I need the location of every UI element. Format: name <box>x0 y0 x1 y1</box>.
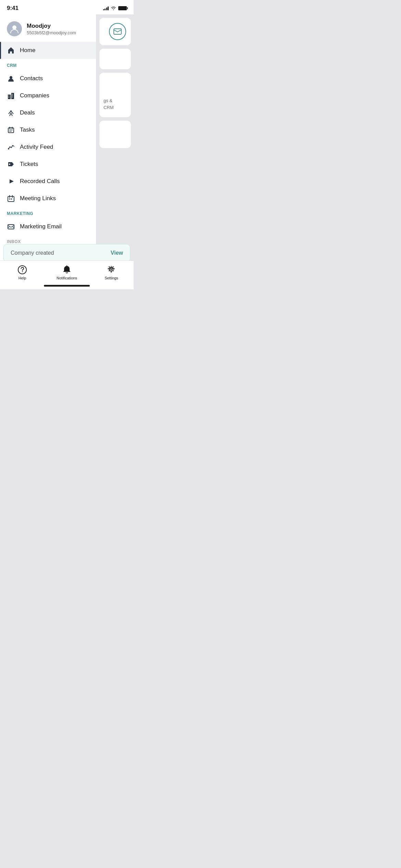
svg-rect-10 <box>8 128 14 133</box>
nav-label-deals: Deals <box>20 109 35 116</box>
home-indicator <box>44 285 90 287</box>
svg-rect-29 <box>66 265 67 266</box>
email-fab-button[interactable] <box>109 23 126 40</box>
activity-feed-icon <box>7 143 15 151</box>
svg-point-28 <box>22 271 23 272</box>
nav-label-tasks: Tasks <box>20 126 35 133</box>
svg-rect-12 <box>12 127 13 129</box>
third-card: gs &CRM <box>99 73 131 117</box>
avatar <box>7 21 22 36</box>
companies-icon <box>7 92 15 100</box>
home-icon <box>7 46 15 55</box>
tab-notifications-label: Notifications <box>57 276 77 280</box>
svg-point-16 <box>9 164 10 165</box>
contacts-icon <box>7 74 15 83</box>
settings-icon <box>107 265 116 275</box>
svg-rect-22 <box>11 198 12 200</box>
svg-point-15 <box>8 148 9 149</box>
tickets-icon <box>7 160 15 168</box>
nav-item-home[interactable]: Home <box>0 42 96 59</box>
tab-settings-label: Settings <box>105 276 118 280</box>
svg-rect-23 <box>8 225 14 229</box>
nav-label-marketing-email: Marketing Email <box>20 223 62 230</box>
nav-label-home: Home <box>20 47 35 54</box>
svg-rect-6 <box>12 94 13 95</box>
deals-icon <box>7 109 15 117</box>
marketing-section-label: Marketing <box>0 207 96 218</box>
notifications-icon <box>62 265 71 275</box>
crm-section-label: CRM <box>0 59 96 70</box>
nav-item-marketing-email[interactable]: Marketing Email <box>0 218 96 235</box>
help-icon <box>17 265 27 275</box>
tab-help-label: Help <box>19 276 26 280</box>
svg-point-1 <box>10 76 12 79</box>
status-icons <box>103 6 127 10</box>
meeting-links-icon <box>7 194 15 203</box>
battery-icon <box>118 6 127 10</box>
marketing-email-icon <box>7 222 15 231</box>
nav-label-activity-feed: Activity Feed <box>20 144 53 150</box>
svg-point-32 <box>111 269 112 270</box>
toast-action-button[interactable]: View <box>111 250 123 256</box>
svg-point-9 <box>10 110 12 112</box>
second-card <box>99 49 131 69</box>
nav-item-recorded-calls[interactable]: Recorded Calls <box>0 173 96 190</box>
nav-label-companies: Companies <box>20 92 49 99</box>
status-time: 9:41 <box>7 5 19 12</box>
user-email: 5503b5f2@moodjoy.com <box>27 30 76 35</box>
nav-item-deals[interactable]: Deals <box>0 104 96 121</box>
toast-notification: Company created View <box>3 244 130 262</box>
svg-point-0 <box>12 25 16 29</box>
nav-label-contacts: Contacts <box>20 75 43 82</box>
nav-item-tasks[interactable]: Tasks <box>0 121 96 138</box>
fourth-card <box>99 121 131 148</box>
svg-rect-5 <box>9 97 9 98</box>
svg-rect-21 <box>9 198 10 200</box>
status-bar: 9:41 <box>0 0 134 14</box>
nav-label-tickets: Tickets <box>20 161 38 168</box>
recorded-calls-icon <box>7 177 15 185</box>
tab-settings[interactable]: Settings <box>99 265 123 280</box>
nav-label-meeting-links: Meeting Links <box>20 195 56 202</box>
nav-item-contacts[interactable]: Contacts <box>0 70 96 87</box>
user-profile[interactable]: Moodjoy 5503b5f2@moodjoy.com <box>0 14 96 42</box>
nav-section-marketing: Marketing Marketing Email <box>0 207 96 235</box>
user-name: Moodjoy <box>27 23 76 29</box>
avatar-icon <box>10 24 19 34</box>
svg-rect-11 <box>9 127 10 129</box>
svg-marker-17 <box>10 179 14 183</box>
svg-rect-4 <box>9 96 9 96</box>
svg-rect-7 <box>12 95 13 96</box>
signal-icon <box>103 6 109 10</box>
tab-help[interactable]: Help <box>10 265 34 280</box>
tab-notifications[interactable]: Notifications <box>55 265 79 280</box>
wifi-icon <box>111 6 116 10</box>
top-card <box>99 18 131 45</box>
card-text: gs &CRM <box>104 98 114 110</box>
nav-item-tickets[interactable]: Tickets <box>0 156 96 173</box>
envelope-icon <box>113 28 122 35</box>
toast-message: Company created <box>11 250 54 256</box>
svg-rect-8 <box>12 97 13 97</box>
nav-item-activity-feed[interactable]: Activity Feed <box>0 138 96 156</box>
user-info: Moodjoy 5503b5f2@moodjoy.com <box>27 23 76 35</box>
tasks-icon <box>7 126 15 134</box>
svg-rect-2 <box>8 95 11 99</box>
nav-section-crm: CRM Contacts <box>0 59 96 207</box>
nav-label-recorded-calls: Recorded Calls <box>20 178 60 185</box>
nav-item-companies[interactable]: Companies <box>0 87 96 104</box>
nav-item-meeting-links[interactable]: Meeting Links <box>0 190 96 207</box>
